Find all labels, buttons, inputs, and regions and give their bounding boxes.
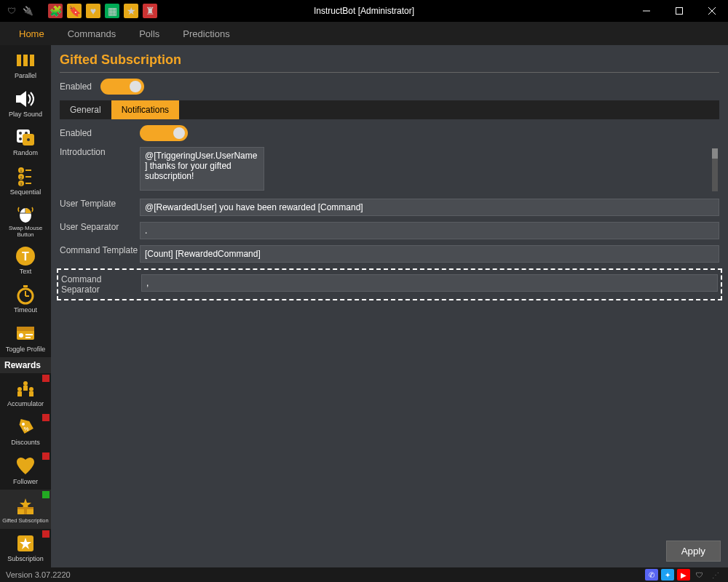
titlebar-status-icons: 🛡 🔌 bbox=[0, 5, 33, 17]
tab-notifications[interactable]: Notifications bbox=[111, 100, 179, 119]
status-bar: Version 3.07.2220 ✆ ✦ ▶ 🛡 ⋰ bbox=[0, 567, 728, 582]
twitter-icon[interactable]: ✦ bbox=[661, 569, 674, 581]
svg-rect-31 bbox=[25, 334, 33, 335]
enabled-label: Enabled bbox=[60, 81, 100, 92]
introduction-label: Introduction bbox=[60, 147, 140, 157]
sidebar-item-parallel[interactable]: Parallel bbox=[0, 45, 51, 84]
sidebar-item-subscription[interactable]: Subscription bbox=[0, 529, 51, 567]
svg-text:%: % bbox=[23, 426, 28, 432]
svg-point-33 bbox=[23, 381, 28, 386]
status-marker-icon bbox=[42, 491, 50, 498]
sidebar-item-random[interactable]: Random bbox=[0, 123, 51, 162]
command-separator-label: Command Separator bbox=[61, 274, 141, 295]
sidebar-item-label: Accumulator bbox=[7, 401, 44, 408]
app-icon-2[interactable]: 🔖 bbox=[67, 4, 82, 18]
user-separator-input[interactable] bbox=[140, 222, 719, 239]
sidebar-item-label: Play Sound bbox=[9, 111, 42, 119]
text-icon: T bbox=[14, 245, 37, 267]
scrollbar[interactable] bbox=[712, 148, 718, 191]
toggle-knob-icon bbox=[130, 81, 141, 92]
shield-icon: 🛡 bbox=[6, 5, 17, 17]
menu-home[interactable]: Home bbox=[7, 23, 56, 45]
profile-icon bbox=[14, 323, 37, 345]
svg-point-11 bbox=[19, 137, 22, 140]
title-bar: 🛡 🔌 🧩 🔖 ♥ ▦ ★ ♜ InstructBot [Administrat… bbox=[0, 0, 728, 22]
svg-text:T: T bbox=[22, 250, 29, 263]
sidebar-item-play-sound[interactable]: Play Sound bbox=[0, 84, 51, 122]
app-icon-6[interactable]: ♜ bbox=[143, 4, 157, 18]
titlebar-app-icons: 🧩 🔖 ♥ ▦ ★ ♜ bbox=[48, 4, 157, 18]
command-separator-highlight: Command Separator bbox=[57, 268, 722, 300]
sidebar-item-toggle-profile[interactable]: Toggle Profile bbox=[0, 319, 51, 357]
close-button[interactable] bbox=[695, 0, 728, 22]
accumulator-icon bbox=[14, 378, 37, 399]
status-marker-icon bbox=[42, 453, 50, 460]
tab-bar: General Notifications bbox=[60, 100, 719, 119]
menu-bar: Home Commands Polls Predictions bbox=[0, 22, 728, 45]
content-area: Gifted Subscription Enabled General Noti… bbox=[51, 45, 728, 567]
youtube-icon[interactable]: ▶ bbox=[677, 569, 690, 581]
svg-rect-1 bbox=[676, 8, 682, 15]
svg-rect-32 bbox=[25, 337, 31, 338]
sidebar-item-timeout[interactable]: Timeout bbox=[0, 280, 51, 319]
minimize-button[interactable] bbox=[630, 0, 662, 22]
heart-icon bbox=[14, 455, 37, 477]
svg-point-9 bbox=[19, 132, 22, 135]
sidebar: Parallel Play Sound Random 123 Sequentia… bbox=[0, 45, 51, 567]
command-template-label: Command Template bbox=[60, 245, 140, 255]
sidebar-rewards-header: Rewards bbox=[0, 357, 51, 373]
sidebar-item-sequential[interactable]: 123 Sequential bbox=[0, 162, 51, 200]
command-separator-input[interactable] bbox=[141, 274, 718, 292]
sidebar-item-label: Swap Mouse Button bbox=[1, 226, 50, 239]
sidebar-item-label: Parallel bbox=[15, 73, 36, 80]
notifications-enabled-label: Enabled bbox=[60, 128, 140, 138]
status-marker-icon bbox=[42, 375, 50, 382]
user-template-input[interactable] bbox=[140, 199, 719, 216]
sequential-icon: 123 bbox=[14, 166, 37, 188]
svg-rect-27 bbox=[23, 285, 28, 287]
sidebar-item-accumulator[interactable]: Accumulator bbox=[0, 373, 51, 412]
app-icon-3[interactable]: ♥ bbox=[86, 4, 100, 18]
menu-commands[interactable]: Commands bbox=[56, 23, 127, 45]
command-template-input[interactable] bbox=[140, 245, 719, 263]
sidebar-item-gifted-subscription[interactable]: Gifted Subscription bbox=[0, 490, 51, 528]
mouse-icon bbox=[14, 203, 37, 223]
svg-point-14 bbox=[27, 138, 30, 141]
dice-icon bbox=[14, 127, 37, 148]
resize-grip-icon[interactable]: ⋰ bbox=[709, 569, 722, 581]
enabled-toggle[interactable] bbox=[100, 79, 144, 95]
app-icon-1[interactable]: 🧩 bbox=[48, 4, 63, 18]
discounts-icon: % bbox=[14, 416, 37, 438]
app-icon-4[interactable]: ▦ bbox=[105, 4, 119, 18]
sidebar-item-label: Random bbox=[13, 150, 38, 157]
maximize-button[interactable] bbox=[662, 0, 695, 22]
status-marker-icon bbox=[42, 414, 50, 421]
app-icon-5[interactable]: ★ bbox=[124, 4, 138, 18]
sidebar-item-label: Subscription bbox=[7, 556, 44, 563]
discord-icon[interactable]: ✆ bbox=[645, 569, 658, 581]
page-title: Gifted Subscription bbox=[60, 52, 719, 73]
introduction-input[interactable] bbox=[140, 147, 264, 191]
apply-button[interactable]: Apply bbox=[666, 541, 721, 562]
svg-point-30 bbox=[19, 333, 23, 338]
version-label: Version 3.07.2220 bbox=[6, 570, 71, 579]
tab-general[interactable]: General bbox=[60, 100, 111, 119]
menu-predictions[interactable]: Predictions bbox=[171, 23, 241, 45]
sidebar-item-label: Discounts bbox=[11, 439, 40, 447]
sidebar-item-label: Timeout bbox=[14, 307, 37, 314]
sidebar-item-follower[interactable]: Follower bbox=[0, 451, 51, 490]
notifications-enabled-toggle[interactable] bbox=[140, 125, 188, 141]
sidebar-item-label: Text bbox=[20, 268, 32, 276]
menu-polls[interactable]: Polls bbox=[127, 23, 171, 45]
plug-icon: 🔌 bbox=[22, 5, 33, 17]
svg-marker-7 bbox=[16, 91, 26, 107]
status-marker-icon bbox=[42, 530, 50, 538]
status-icons: ✆ ✦ ▶ 🛡 ⋰ bbox=[645, 569, 722, 581]
timeout-icon bbox=[14, 284, 37, 306]
sidebar-item-text[interactable]: T Text bbox=[0, 241, 51, 279]
sidebar-item-swap-mouse[interactable]: Swap Mouse Button bbox=[0, 200, 51, 241]
svg-point-35 bbox=[29, 387, 33, 391]
sidebar-item-discounts[interactable]: % Discounts bbox=[0, 412, 51, 451]
app-logo-icon[interactable]: 🛡 bbox=[693, 569, 706, 581]
svg-rect-4 bbox=[17, 55, 21, 66]
